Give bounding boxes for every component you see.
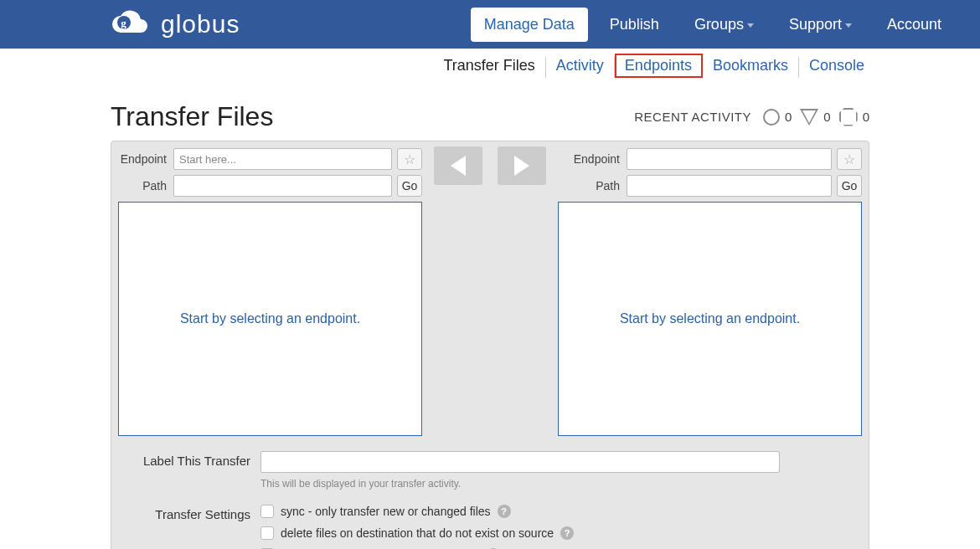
- transfer-right-button[interactable]: [498, 146, 546, 185]
- destination-placeholder-text: Start by selecting an endpoint.: [620, 311, 800, 326]
- source-file-list[interactable]: Start by selecting an endpoint.: [118, 202, 422, 436]
- recent-activity-ok[interactable]: 0: [763, 109, 792, 126]
- path-label: Path: [118, 179, 168, 192]
- circle-icon: [763, 109, 780, 126]
- nav-publish[interactable]: Publish: [596, 8, 673, 42]
- destination-go-button[interactable]: Go: [837, 175, 862, 197]
- source-go-button[interactable]: Go: [397, 175, 422, 197]
- label-transfer-label: Label This Transfer: [125, 451, 250, 468]
- nav-support-label: Support: [789, 16, 842, 33]
- brand-name: globus: [161, 10, 240, 38]
- nav-groups[interactable]: Groups: [681, 8, 767, 42]
- top-menu: Manage Data Publish Groups Support Accou…: [471, 8, 955, 42]
- transfer-direction-buttons: [434, 146, 546, 185]
- checkbox-icon[interactable]: [260, 505, 274, 518]
- subnav-transfer-files[interactable]: Transfer Files: [433, 57, 545, 78]
- recent-activity-label: RECENT ACTIVITY: [634, 110, 751, 124]
- path-label: Path: [558, 179, 622, 192]
- octagon-icon: [839, 108, 858, 126]
- setting-sync-label: sync - only transfer new or changed file…: [281, 505, 491, 518]
- subnav-bookmarks[interactable]: Bookmarks: [703, 57, 799, 78]
- recent-activity-stop[interactable]: 0: [839, 108, 869, 126]
- chevron-down-icon: [845, 23, 852, 28]
- recent-activity-warn[interactable]: 0: [800, 109, 830, 126]
- source-placeholder-text: Start by selecting an endpoint.: [180, 311, 360, 326]
- destination-bookmark-button[interactable]: ☆: [837, 148, 862, 170]
- help-icon[interactable]: ?: [498, 505, 511, 518]
- recent-activity-ok-count: 0: [785, 110, 792, 124]
- label-transfer-input[interactable]: [260, 451, 780, 473]
- destination-path-input[interactable]: [627, 175, 832, 197]
- transfer-panel: Endpoint ☆ Path Go Start by selecting an…: [111, 141, 869, 549]
- source-path-input[interactable]: [173, 175, 392, 197]
- destination-endpoint-input[interactable]: [627, 148, 832, 170]
- subnav-endpoints[interactable]: Endpoints: [615, 54, 703, 78]
- transfer-options-form: Label This Transfer This will be display…: [118, 451, 862, 549]
- setting-sync[interactable]: sync - only transfer new or changed file…: [260, 505, 574, 518]
- help-icon[interactable]: ?: [560, 526, 574, 540]
- subnav-console[interactable]: Console: [799, 57, 864, 78]
- brand-logo[interactable]: g globus: [109, 9, 240, 39]
- setting-delete-label: delete files on destination that do not …: [281, 526, 554, 540]
- arrow-left-icon: [451, 156, 466, 176]
- page-title: Transfer Files: [111, 101, 273, 132]
- recent-activity: RECENT ACTIVITY 0 0 0: [634, 108, 869, 126]
- globus-cloud-icon: g: [109, 9, 151, 39]
- nav-manage-data[interactable]: Manage Data: [471, 8, 588, 42]
- svg-text:g: g: [121, 17, 127, 29]
- chevron-down-icon: [747, 23, 754, 28]
- nav-account[interactable]: Account: [874, 8, 955, 42]
- transfer-settings: sync - only transfer new or changed file…: [260, 505, 574, 549]
- destination-pane: Endpoint ☆ Path Go Start by selecting an…: [558, 148, 862, 436]
- recent-activity-stop-count: 0: [863, 110, 869, 124]
- endpoint-label: Endpoint: [558, 152, 622, 166]
- setting-delete[interactable]: delete files on destination that do not …: [260, 526, 574, 540]
- checkbox-icon[interactable]: [260, 526, 274, 540]
- star-icon: ☆: [404, 151, 415, 167]
- nav-groups-label: Groups: [694, 16, 744, 33]
- subnav-activity[interactable]: Activity: [546, 57, 615, 78]
- arrow-right-icon: [514, 156, 529, 176]
- recent-activity-warn-count: 0: [823, 110, 830, 124]
- transfer-settings-label: Transfer Settings: [125, 505, 250, 521]
- source-endpoint-input[interactable]: [173, 148, 392, 170]
- top-nav-bar: g globus Manage Data Publish Groups Supp…: [0, 0, 980, 49]
- nav-support[interactable]: Support: [776, 8, 865, 42]
- destination-file-list[interactable]: Start by selecting an endpoint.: [558, 202, 862, 436]
- star-icon: ☆: [843, 151, 855, 167]
- source-bookmark-button[interactable]: ☆: [397, 148, 422, 170]
- triangle-icon: [800, 109, 818, 126]
- sub-nav: Transfer Files Activity Endpoints Bookma…: [0, 49, 980, 78]
- label-transfer-helper: This will be displayed in your transfer …: [260, 478, 855, 490]
- source-pane: Endpoint ☆ Path Go Start by selecting an…: [118, 148, 422, 436]
- endpoint-label: Endpoint: [118, 152, 168, 166]
- transfer-left-button[interactable]: [434, 146, 482, 185]
